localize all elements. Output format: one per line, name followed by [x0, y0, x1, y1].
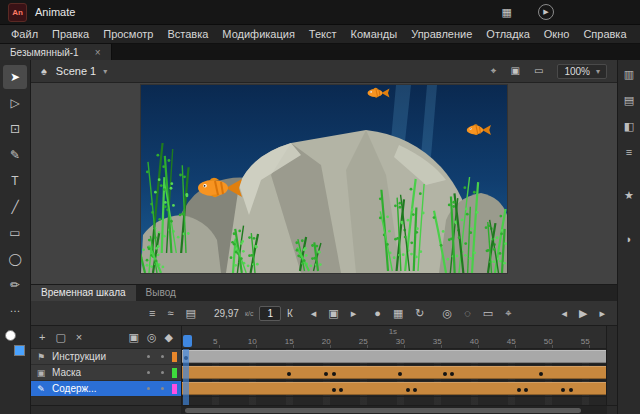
align-panel-icon[interactable]: ≡: [626, 146, 632, 158]
current-frame-field[interactable]: 1: [259, 306, 281, 321]
frame-view-icon[interactable]: ▤: [185, 308, 195, 319]
layer-lock-dot[interactable]: [161, 387, 164, 390]
loop-range-icon[interactable]: ▦: [393, 308, 403, 319]
oval-tool[interactable]: ◯: [3, 247, 27, 271]
edit-bar-icons: ⌖▣▭: [491, 65, 544, 77]
playhead-handle[interactable]: [183, 335, 192, 347]
free-transform-tool-icon: ⊡: [10, 122, 20, 136]
free-transform-tool[interactable]: ⊡: [3, 117, 27, 141]
frames-row-instructions[interactable]: [182, 349, 606, 365]
lock-all-icon[interactable]: ◆: [165, 332, 173, 343]
edit-symbols-icon[interactable]: ▭: [534, 65, 543, 77]
scene-chevron-icon[interactable]: ▾: [103, 67, 107, 76]
test-movie-icon[interactable]: ▶: [538, 4, 554, 20]
frame-ruler[interactable]: 5101520253035404550551s: [182, 326, 606, 349]
menu-window[interactable]: Окно: [537, 25, 577, 43]
timeline-tab-timeline[interactable]: Временная шкала: [31, 285, 136, 301]
delete-layer-icon[interactable]: ×: [76, 332, 82, 343]
rectangle-tool-icon: ▭: [9, 226, 20, 240]
layer-instructions[interactable]: ⚑Инструкции: [31, 349, 181, 365]
timeline-tabs: Временная шкалаВывод: [31, 285, 617, 301]
tab-close-icon[interactable]: ×: [95, 47, 101, 58]
fill-color-swatch[interactable]: [14, 345, 25, 356]
layer-lock-dot[interactable]: [161, 355, 164, 358]
properties-panel-icon[interactable]: ▥: [624, 68, 634, 81]
onion-outlines-icon[interactable]: ◌: [464, 308, 471, 319]
prev-frame-icon[interactable]: ◂: [311, 308, 317, 319]
menu-edit[interactable]: Правка: [45, 25, 96, 43]
line-tool[interactable]: ╱: [3, 195, 27, 219]
frames-row-mask[interactable]: [182, 365, 606, 381]
menu-control[interactable]: Управление: [404, 25, 479, 43]
pasteboard[interactable]: [31, 83, 617, 284]
pen-tool[interactable]: ✎: [3, 143, 27, 167]
stop-icon[interactable]: ▣: [328, 308, 338, 319]
graph-editor-icon[interactable]: ≈: [167, 308, 173, 319]
timeline-vertical-scrollbar[interactable]: [606, 326, 617, 405]
show-hide-all-icon[interactable]: ◎: [147, 332, 157, 343]
next-frame-icon[interactable]: ▸: [351, 308, 357, 319]
play-icon[interactable]: ▶: [579, 308, 587, 319]
menu-text[interactable]: Текст: [302, 25, 344, 43]
playhead-line[interactable]: [183, 349, 189, 405]
pen-tool-icon: ✎: [10, 148, 20, 162]
menu-file[interactable]: Файл: [4, 25, 45, 43]
rectangle-tool[interactable]: ▭: [3, 221, 27, 245]
stage-canvas[interactable]: [141, 85, 507, 273]
frames-grid[interactable]: [182, 349, 606, 405]
step-back-icon[interactable]: ◂: [561, 308, 567, 319]
subselection-tool-icon: ▷: [10, 96, 19, 110]
ruler-number: 5: [213, 337, 217, 346]
record-icon[interactable]: ●: [374, 308, 381, 319]
layer-visibility-dot[interactable]: [147, 387, 150, 390]
frames-column: 5101520253035404550551s: [182, 326, 606, 405]
layer-name: Содерж...: [52, 383, 139, 394]
timeline-tab-output[interactable]: Вывод: [136, 285, 186, 301]
camera-icon[interactable]: ▣: [511, 65, 520, 77]
comments-panel-icon[interactable]: ◗: [626, 233, 633, 245]
zoom-value: 100%: [564, 66, 590, 77]
zoom-control[interactable]: 100% ▾: [557, 64, 607, 79]
hscroll-thumb[interactable]: [185, 408, 581, 413]
camera-layer-icon[interactable]: ▣: [129, 332, 139, 343]
assets-panel-icon[interactable]: ★: [624, 189, 634, 202]
menu-debug[interactable]: Отладка: [479, 25, 536, 43]
workspace-switcher-icon[interactable]: ▦: [502, 6, 512, 19]
frames-row-content[interactable]: [182, 381, 606, 397]
layer-visibility-dot[interactable]: [147, 371, 150, 374]
layer-view-icon[interactable]: ≡: [149, 308, 155, 319]
step-forward-icon[interactable]: ▸: [599, 308, 605, 319]
fps-value[interactable]: 29,97: [214, 308, 239, 319]
fps-units: к/с: [245, 310, 254, 317]
layer-visibility-dot[interactable]: [147, 355, 150, 358]
document-tabbar: Безымянный-1 ×: [0, 44, 640, 60]
brush-tool[interactable]: ✏: [3, 273, 27, 297]
new-layer-icon[interactable]: +: [39, 332, 45, 343]
library-panel-icon[interactable]: ▤: [624, 94, 634, 107]
loop-icon[interactable]: ↻: [415, 308, 424, 319]
menu-help[interactable]: Справка: [576, 25, 633, 43]
keyframe-dot: [539, 372, 543, 376]
new-folder-icon[interactable]: ▢: [55, 332, 65, 343]
hscroll-track[interactable]: [181, 406, 607, 414]
selection-tool[interactable]: ➤: [3, 65, 27, 89]
onion-skin-icon[interactable]: ◎: [443, 308, 453, 319]
menu-view[interactable]: Просмотр: [96, 25, 160, 43]
document-tab[interactable]: Безымянный-1 ×: [0, 44, 112, 60]
menu-insert[interactable]: Вставка: [160, 25, 215, 43]
color-panel-icon[interactable]: ◧: [624, 120, 634, 133]
stroke-color-swatch[interactable]: [5, 330, 16, 341]
layer-content[interactable]: ✎Содерж...: [31, 381, 181, 397]
subselection-tool[interactable]: ▷: [3, 91, 27, 115]
text-tool[interactable]: T: [3, 169, 27, 193]
center-frame-icon[interactable]: ⌖: [505, 308, 511, 319]
center-stage-icon[interactable]: ⌖: [491, 65, 497, 77]
edit-multiple-frames-icon[interactable]: ▭: [483, 308, 493, 319]
more-tools-button[interactable]: …: [3, 299, 27, 317]
menu-modify[interactable]: Модификация: [215, 25, 302, 43]
aquarium-artwork: [141, 85, 507, 273]
layer-lock-dot[interactable]: [161, 371, 164, 374]
layer-mask[interactable]: ▣Маска: [31, 365, 181, 381]
scene-name[interactable]: Scene 1: [56, 65, 96, 77]
menu-commands[interactable]: Команды: [344, 25, 405, 43]
